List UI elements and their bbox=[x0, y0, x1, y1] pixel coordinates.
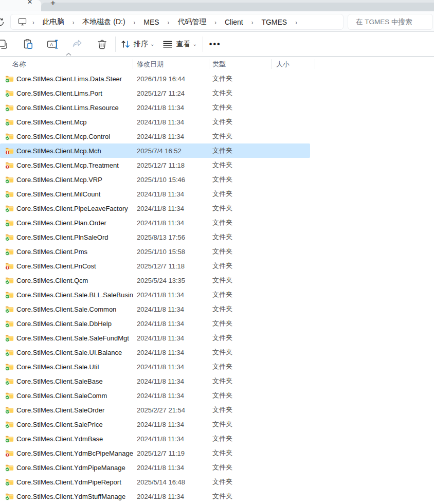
file-type: 文件夹 bbox=[209, 261, 272, 271]
column-header-type[interactable]: 类型 bbox=[209, 57, 272, 71]
address-bar[interactable]: › 此电脑 › 本地磁盘 (D:) › MES › 代码管理 › Client … bbox=[10, 14, 343, 30]
breadcrumb-item-tgmes[interactable]: TGMES bbox=[257, 16, 292, 28]
breadcrumb-item-mes[interactable]: MES bbox=[139, 16, 164, 28]
rename-icon: A bbox=[47, 39, 58, 49]
table-row[interactable]: Core.StlMes.Client.YdmBcPipeManage 2025/… bbox=[0, 446, 310, 460]
table-row[interactable]: Core.StlMes.Client.Mcp.VRP 2025/1/10 15:… bbox=[0, 172, 310, 187]
file-type: 文件夹 bbox=[209, 420, 272, 429]
table-row[interactable]: Core.StlMes.Client.Mcp.Treatment 2025/12… bbox=[0, 158, 310, 172]
table-row[interactable]: Core.StlMes.Client.Plan.Order 2024/11/8 … bbox=[0, 215, 310, 230]
table-row[interactable]: Core.StlMes.Client.Sale.BLL.SaleBusin...… bbox=[0, 287, 310, 302]
folder-icon bbox=[5, 103, 14, 112]
file-date-modified: 2024/11/8 11:34 bbox=[133, 392, 209, 400]
folder-icon bbox=[5, 247, 14, 256]
close-tab-icon[interactable]: ✕ bbox=[25, 0, 35, 7]
folder-icon bbox=[5, 319, 14, 328]
file-type: 文件夹 bbox=[209, 319, 272, 328]
file-name: Core.StlMes.Client.Sale.Common bbox=[16, 305, 116, 313]
paste-icon bbox=[23, 39, 33, 49]
search-input[interactable]: 在 TGMES 中搜索 bbox=[348, 14, 433, 30]
column-header-name[interactable]: 名称 bbox=[0, 57, 133, 71]
delete-button[interactable] bbox=[93, 35, 111, 53]
table-row[interactable]: Core.StlMes.Client.PnCost 2025/12/7 11:1… bbox=[0, 259, 310, 273]
table-row[interactable]: Core.StlMes.Client.SalePrice 2024/11/8 1… bbox=[0, 417, 310, 431]
table-row[interactable]: Core.StlMes.Client.YdmPipeReport 2025/5/… bbox=[0, 475, 310, 489]
folder-icon bbox=[5, 348, 14, 356]
table-row[interactable]: Core.StlMes.Client.Sale.SaleFundMgt 2024… bbox=[0, 331, 310, 345]
active-tab[interactable]: ✕ bbox=[0, 0, 41, 11]
file-name: Core.StlMes.Client.Mcp.Mch bbox=[16, 147, 101, 155]
delete-icon bbox=[97, 39, 107, 49]
paste-button[interactable] bbox=[19, 35, 37, 53]
file-list: Core.StlMes.Client.Lims.Data.Steer 2026/… bbox=[0, 71, 434, 503]
more-options-button[interactable]: ••• bbox=[209, 40, 221, 49]
table-row[interactable]: Core.StlMes.Client.Qcm 2025/5/24 13:35 文… bbox=[0, 273, 310, 287]
table-row[interactable]: Core.StlMes.Client.Mcp.Control 2024/11/8… bbox=[0, 129, 310, 143]
table-row[interactable]: Core.StlMes.Client.Pms 2025/1/10 15:58 文… bbox=[0, 244, 310, 259]
table-row[interactable]: Core.StlMes.Client.Sale.UI.Balance 2024/… bbox=[0, 345, 310, 359]
navigation-bar: › 此电脑 › 本地磁盘 (D:) › MES › 代码管理 › Client … bbox=[0, 11, 434, 32]
new-tab-button[interactable]: + bbox=[46, 0, 60, 9]
file-name: Core.StlMes.Client.Lims.Resource bbox=[16, 104, 119, 112]
table-row[interactable]: Core.StlMes.Client.YdmPipeManage 2024/11… bbox=[0, 460, 310, 475]
table-row[interactable]: Core.StlMes.Client.PlnSaleOrd 2025/8/13 … bbox=[0, 230, 310, 244]
file-name: Core.StlMes.Client.SaleComm bbox=[16, 392, 107, 400]
file-date-modified: 2024/11/8 11:34 bbox=[133, 219, 209, 227]
breadcrumb-separator: › bbox=[69, 18, 78, 25]
view-icon bbox=[162, 40, 173, 48]
file-date-modified: 2025/7/4 16:52 bbox=[133, 147, 209, 155]
table-row[interactable]: Core.StlMes.Client.Mcp 2024/11/8 11:34 文… bbox=[0, 115, 310, 129]
file-name: Core.StlMes.Client.YdmBcPipeManage bbox=[16, 449, 133, 457]
file-type: 文件夹 bbox=[209, 477, 272, 487]
file-type: 文件夹 bbox=[209, 448, 272, 458]
copy-button[interactable] bbox=[0, 35, 12, 53]
table-row[interactable]: Core.StlMes.Client.SaleComm 2024/11/8 11… bbox=[0, 388, 310, 403]
breadcrumb-item-drive-d[interactable]: 本地磁盘 (D:) bbox=[78, 15, 130, 29]
breadcrumb-separator: › bbox=[130, 18, 139, 25]
file-name: Core.StlMes.Client.SaleOrder bbox=[16, 406, 104, 414]
breadcrumb-item-code-mgmt[interactable]: 代码管理 bbox=[173, 15, 211, 29]
column-header-date-modified[interactable]: 修改日期 bbox=[133, 57, 209, 71]
file-type: 文件夹 bbox=[209, 146, 272, 155]
folder-icon bbox=[5, 334, 14, 342]
breadcrumb-item-this-pc[interactable]: 此电脑 bbox=[38, 15, 69, 29]
copy-icon bbox=[0, 39, 8, 49]
sort-label: 排序 bbox=[134, 40, 148, 49]
file-date-modified: 2024/11/8 11:34 bbox=[133, 320, 209, 328]
view-label: 查看 bbox=[176, 40, 190, 49]
file-type: 文件夹 bbox=[209, 405, 272, 415]
file-date-modified: 2024/11/8 11:34 bbox=[133, 349, 209, 356]
file-type: 文件夹 bbox=[209, 204, 272, 213]
refresh-icon[interactable] bbox=[0, 17, 5, 27]
tab-strip: ✕ + bbox=[0, 0, 434, 11]
breadcrumb-item-client[interactable]: Client bbox=[220, 16, 248, 28]
table-row[interactable]: Core.StlMes.Client.Mcp.Mch 2025/7/4 16:5… bbox=[0, 143, 310, 158]
file-date-modified: 2024/11/8 11:34 bbox=[133, 205, 209, 212]
table-row[interactable]: Core.StlMes.Client.YdmStuffManage 2024/1… bbox=[0, 489, 310, 503]
file-date-modified: 2024/11/8 11:34 bbox=[133, 305, 209, 313]
table-row[interactable]: Core.StlMes.Client.Sale.Util 2024/11/8 1… bbox=[0, 359, 310, 374]
table-row[interactable]: Core.StlMes.Client.Lims.Data.Steer 2026/… bbox=[0, 71, 310, 86]
toolbar-divider bbox=[203, 37, 203, 52]
view-button[interactable]: 查看 ⌄ bbox=[162, 35, 197, 53]
file-name: Core.StlMes.Client.Mcp bbox=[16, 118, 87, 126]
file-name: Core.StlMes.Client.Sale.BLL.SaleBusin... bbox=[16, 291, 133, 299]
file-type: 文件夹 bbox=[209, 333, 272, 343]
table-row[interactable]: Core.StlMes.Client.Sale.DbHelp 2024/11/8… bbox=[0, 316, 310, 331]
file-type: 文件夹 bbox=[209, 434, 272, 443]
file-type: 文件夹 bbox=[209, 247, 272, 256]
table-row[interactable]: Core.StlMes.Client.MilCount 2024/11/8 11… bbox=[0, 187, 310, 201]
share-button[interactable] bbox=[68, 35, 86, 53]
column-headers: 名称 修改日期 类型 大小 bbox=[0, 57, 434, 71]
folder-icon bbox=[5, 420, 14, 428]
column-header-size[interactable]: 大小 bbox=[272, 57, 315, 71]
table-row[interactable]: Core.StlMes.Client.PipeLeaveFactory 2024… bbox=[0, 201, 310, 215]
sort-button[interactable]: 排序 ⌄ bbox=[120, 35, 155, 53]
table-row[interactable]: Core.StlMes.Client.Lims.Resource 2024/11… bbox=[0, 100, 310, 115]
table-row[interactable]: Core.StlMes.Client.Lims.Port 2025/12/7 1… bbox=[0, 86, 310, 100]
table-row[interactable]: Core.StlMes.Client.Sale.Common 2024/11/8… bbox=[0, 302, 310, 316]
table-row[interactable]: Core.StlMes.Client.SaleBase 2024/11/8 11… bbox=[0, 374, 310, 388]
table-row[interactable]: Core.StlMes.Client.YdmBase 2024/11/8 11:… bbox=[0, 431, 310, 446]
table-row[interactable]: Core.StlMes.Client.SaleOrder 2025/2/27 2… bbox=[0, 403, 310, 417]
rename-button[interactable]: A bbox=[44, 35, 61, 53]
